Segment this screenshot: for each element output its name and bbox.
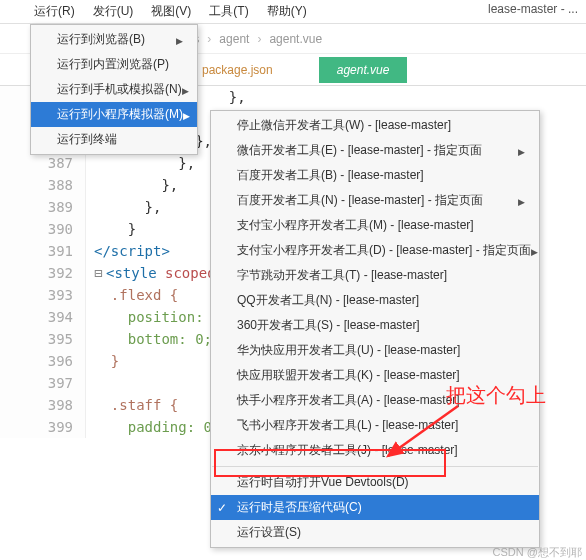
submenu-item[interactable]: 360开发者工具(S) - [lease-master]: [211, 313, 539, 338]
submenu-item[interactable]: 京东小程序开发者工具(J) - [lease-master]: [211, 438, 539, 463]
line-number: 391: [0, 240, 86, 262]
watermark: CSDN @想不到耶: [493, 545, 582, 560]
menu-item[interactable]: 运行到小程序模拟器(M): [31, 102, 197, 127]
submenu-item[interactable]: ✓运行时是否压缩代码(C): [211, 495, 539, 520]
breadcrumb-part[interactable]: agent: [219, 32, 249, 46]
submenu-item[interactable]: 运行时自动打开Vue Devtools(D): [211, 470, 539, 495]
submenu-item[interactable]: 字节跳动开发者工具(T) - [lease-master]: [211, 263, 539, 288]
run-menu: 运行到浏览器(B)运行到内置浏览器(P)运行到手机或模拟器(N)运行到小程序模拟…: [30, 24, 198, 155]
line-number: 399: [0, 416, 86, 438]
line-number: 398: [0, 394, 86, 416]
line-number: 390: [0, 218, 86, 240]
submenu-item[interactable]: 飞书小程序开发者工具(L) - [lease-master]: [211, 413, 539, 438]
menu-help[interactable]: 帮助(Y): [261, 1, 313, 22]
line-number: 387: [0, 152, 86, 174]
menu-publish[interactable]: 发行(U): [87, 1, 140, 22]
miniprogram-submenu: 停止微信开发者工具(W) - [lease-master]微信开发者工具(E) …: [210, 110, 540, 548]
annotation-text: 把这个勾上: [446, 382, 546, 409]
submenu-item[interactable]: 停止微信开发者工具(W) - [lease-master]: [211, 113, 539, 138]
breadcrumb-sep: ›: [257, 32, 261, 46]
line-number: 393: [0, 284, 86, 306]
line-number: 395: [0, 328, 86, 350]
line-number: 394: [0, 306, 86, 328]
line-number: 397: [0, 372, 86, 394]
menu-item[interactable]: 运行到内置浏览器(P): [31, 52, 197, 77]
breadcrumb-sep: ›: [207, 32, 211, 46]
check-icon: ✓: [217, 501, 227, 515]
submenu-item[interactable]: 百度开发者工具(B) - [lease-master]: [211, 163, 539, 188]
menu-separator: [212, 466, 538, 467]
line-number: 392: [0, 262, 86, 284]
line-number: 389: [0, 196, 86, 218]
menu-item[interactable]: 运行到浏览器(B): [31, 27, 197, 52]
code-tag: </script: [94, 243, 161, 259]
menu-view[interactable]: 视图(V): [145, 1, 197, 22]
line-number: 396: [0, 350, 86, 372]
menu-run[interactable]: 运行(R): [28, 1, 81, 22]
submenu-item[interactable]: 百度开发者工具(N) - [lease-master] - 指定页面: [211, 188, 539, 213]
submenu-item[interactable]: 华为快应用开发者工具(U) - [lease-master]: [211, 338, 539, 363]
line-number: 388: [0, 174, 86, 196]
submenu-item[interactable]: 支付宝小程序开发者工具(M) - [lease-master]: [211, 213, 539, 238]
breadcrumb-part[interactable]: agent.vue: [269, 32, 322, 46]
tab-agent-vue[interactable]: agent.vue: [319, 57, 408, 83]
menu-item[interactable]: 运行到手机或模拟器(N): [31, 77, 197, 102]
window-title-fragment: lease-master - ...: [488, 2, 578, 16]
submenu-item[interactable]: 微信开发者工具(E) - [lease-master] - 指定页面: [211, 138, 539, 163]
menu-item[interactable]: 运行到终端: [31, 127, 197, 152]
submenu-item[interactable]: 支付宝小程序开发者工具(D) - [lease-master] - 指定页面: [211, 238, 539, 263]
tab-package-json[interactable]: package.json: [196, 59, 279, 81]
submenu-item[interactable]: QQ开发者工具(N) - [lease-master]: [211, 288, 539, 313]
code-tag: <style: [106, 265, 157, 281]
menu-tools[interactable]: 工具(T): [203, 1, 254, 22]
submenu-item[interactable]: 运行设置(S): [211, 520, 539, 545]
